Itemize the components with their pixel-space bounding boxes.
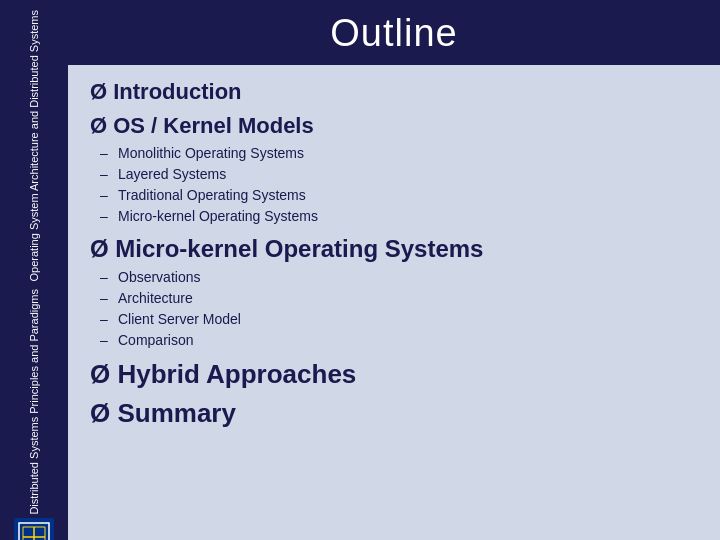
os-kernel-bullets: Monolithic Operating Systems Layered Sys…	[90, 143, 700, 227]
bullet-comparison: Comparison	[118, 330, 700, 351]
sidebar-text-line2: Distributed Systems Principles and Parad…	[27, 289, 41, 515]
introduction-heading: Ø Introduction	[90, 79, 700, 105]
content-area: Ø Introduction Ø OS / Kernel Models Mono…	[68, 65, 720, 540]
bullet-architecture: Architecture	[118, 288, 700, 309]
sidebar: Operating System Architecture and Distri…	[0, 0, 68, 540]
os-kernel-section: Ø OS / Kernel Models Monolithic Operatin…	[90, 113, 700, 227]
main-content: Outline Ø Introduction Ø OS / Kernel Mod…	[68, 0, 720, 540]
introduction-section: Ø Introduction	[90, 79, 700, 105]
bullet-client-server: Client Server Model	[118, 309, 700, 330]
hybrid-heading: Ø Hybrid Approaches	[90, 359, 700, 390]
os-kernel-heading: Ø OS / Kernel Models	[90, 113, 700, 139]
hybrid-section: Ø Hybrid Approaches	[90, 359, 700, 390]
bullet-microkernel: Micro-kernel Operating Systems	[118, 206, 700, 227]
bullet-traditional: Traditional Operating Systems	[118, 185, 700, 206]
sidebar-text-container: Operating System Architecture and Distri…	[27, 10, 41, 515]
summary-section: Ø Summary	[90, 398, 700, 429]
page-title: Outline	[88, 12, 700, 55]
bullet-observations: Observations	[118, 267, 700, 288]
bullet-monolithic: Monolithic Operating Systems	[118, 143, 700, 164]
summary-heading: Ø Summary	[90, 398, 700, 429]
university-logo: MELBOURNE	[9, 515, 59, 540]
micro-kernel-bullets: Observations Architecture Client Server …	[90, 267, 700, 351]
header: Outline	[68, 0, 720, 65]
sidebar-text-line1: Operating System Architecture and Distri…	[27, 10, 41, 281]
bullet-layered: Layered Systems	[118, 164, 700, 185]
micro-kernel-heading: Ø Micro-kernel Operating Systems	[90, 235, 700, 263]
micro-kernel-section: Ø Micro-kernel Operating Systems Observa…	[90, 235, 700, 351]
